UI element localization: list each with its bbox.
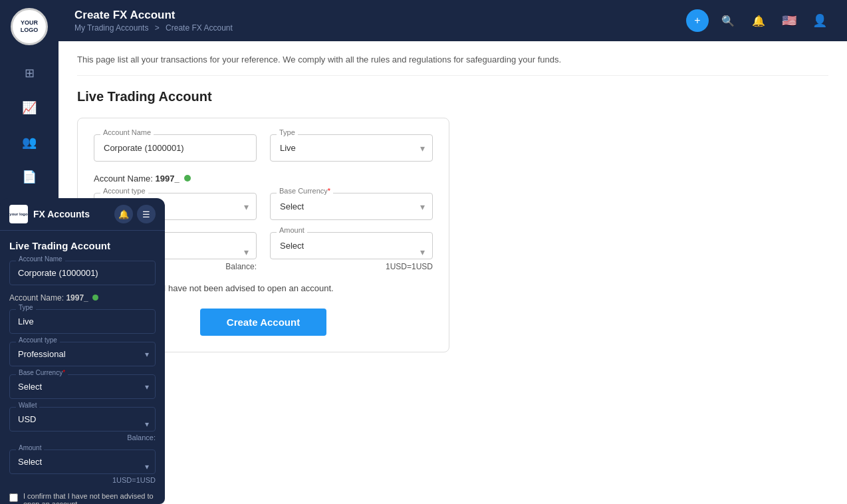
mobile-wallet-select[interactable]: USD bbox=[9, 407, 156, 432]
mobile-base-currency-group: Base Currency* Select bbox=[9, 374, 156, 399]
mobile-account-type-group: Account type Professional bbox=[9, 342, 156, 366]
account-name-status: Account Name: 1997_ bbox=[94, 174, 433, 184]
mobile-section-title: Live Trading Account bbox=[9, 240, 156, 251]
mobile-confirm-checkbox[interactable] bbox=[9, 493, 18, 502]
mobile-amount-select[interactable]: Select bbox=[9, 449, 156, 474]
chart-icon: 📈 bbox=[22, 100, 37, 115]
mobile-amount-label: Amount bbox=[16, 444, 44, 451]
amount-label: Amount bbox=[277, 226, 307, 234]
mobile-confirm-row: I confirm that I have not been advised t… bbox=[9, 492, 156, 504]
header-left: Create FX Account My Trading Accounts > … bbox=[74, 9, 686, 33]
notification-button[interactable]: 🔔 bbox=[747, 9, 770, 32]
mobile-type-label: Type bbox=[16, 304, 36, 311]
mobile-panel-body: Live Trading Account Account Name Accoun… bbox=[0, 231, 165, 504]
breadcrumb-current: Create FX Account bbox=[166, 23, 233, 33]
sidebar-item-chart[interactable]: 📈 bbox=[15, 93, 44, 122]
user-button[interactable]: 👤 bbox=[808, 9, 831, 32]
mobile-account-name-display: Account Name: bbox=[9, 293, 64, 303]
mobile-panel-title: FX Accounts bbox=[33, 209, 90, 219]
mobile-wallet-group: Wallet USD Balance: bbox=[9, 407, 156, 441]
base-currency-label: Base Currency* bbox=[277, 187, 333, 195]
type-label: Type bbox=[277, 128, 298, 136]
sidebar-item-document[interactable]: 📄 bbox=[15, 162, 44, 191]
account-name-display-label: Account Name: bbox=[94, 174, 153, 184]
main-content: This page list all your transactions for… bbox=[59, 41, 847, 504]
breadcrumb-separator: > bbox=[155, 23, 160, 33]
mobile-bell-button[interactable]: 🔔 bbox=[114, 205, 133, 223]
language-button[interactable]: 🇺🇸 bbox=[778, 9, 800, 32]
page-title: Create FX Account bbox=[74, 9, 686, 22]
mobile-panel: your logo FX Accounts 🔔 ☰ Live Trading A… bbox=[0, 198, 165, 504]
form-row-1: Account Name Type Live bbox=[94, 134, 433, 162]
mobile-menu-button[interactable]: ☰ bbox=[137, 205, 156, 223]
flag-icon: 🇺🇸 bbox=[782, 13, 796, 28]
add-button[interactable]: + bbox=[686, 9, 709, 32]
mobile-panel-actions: 🔔 ☰ bbox=[114, 205, 156, 223]
account-name-id: 1997_ bbox=[156, 174, 180, 184]
mobile-account-type-select[interactable]: Professional bbox=[9, 342, 156, 366]
amount-select[interactable]: Select bbox=[270, 232, 433, 259]
type-group: Type Live bbox=[270, 134, 433, 162]
create-account-button[interactable]: Create Account bbox=[200, 309, 326, 336]
status-dot-icon bbox=[184, 175, 191, 182]
mobile-status-dot-icon bbox=[92, 295, 98, 301]
header: Create FX Account My Trading Accounts > … bbox=[59, 0, 847, 41]
balance-label: Balance: bbox=[225, 262, 257, 271]
account-type-label: Account type bbox=[100, 187, 148, 195]
header-right: + 🔍 🔔 🇺🇸 👤 bbox=[686, 9, 831, 32]
base-currency-group: Base Currency* Select bbox=[270, 193, 433, 220]
mobile-balance-label: Balance: bbox=[127, 434, 156, 441]
mobile-balance-info: Balance: bbox=[9, 434, 156, 441]
account-name-input[interactable] bbox=[94, 134, 257, 162]
amount-group: Amount Select 1USD=1USD bbox=[270, 232, 433, 271]
dashboard-icon: ⊞ bbox=[25, 66, 35, 80]
mobile-panel-header: your logo FX Accounts 🔔 ☰ bbox=[0, 198, 165, 231]
search-button[interactable]: 🔍 bbox=[717, 9, 739, 32]
mobile-menu-icon: ☰ bbox=[142, 209, 150, 219]
mobile-account-name-input[interactable] bbox=[9, 261, 156, 285]
sidebar-logo[interactable]: YOUR LOGO bbox=[11, 8, 48, 45]
search-icon: 🔍 bbox=[721, 15, 735, 27]
mobile-exchange-rate: 1USD=1USD bbox=[9, 476, 156, 484]
mobile-confirm-text: I confirm that I have not been advised t… bbox=[23, 492, 156, 504]
mobile-account-name-group: Account Name bbox=[9, 261, 156, 285]
user-icon: 👤 bbox=[812, 13, 827, 28]
exchange-rate: 1USD=1USD bbox=[270, 262, 433, 271]
mobile-bell-icon: 🔔 bbox=[118, 209, 129, 219]
type-select[interactable]: Live bbox=[270, 134, 433, 162]
base-currency-select[interactable]: Select bbox=[270, 193, 433, 220]
page-description: This page list all your transactions for… bbox=[77, 55, 828, 76]
mobile-amount-group: Amount Select 1USD=1USD bbox=[9, 449, 156, 484]
mobile-account-name-status: Account Name: 1997_ bbox=[9, 293, 156, 303]
account-name-label: Account Name bbox=[100, 128, 154, 136]
bell-icon: 🔔 bbox=[752, 15, 765, 27]
document-icon: 📄 bbox=[22, 170, 37, 184]
breadcrumb: My Trading Accounts > Create FX Account bbox=[74, 23, 686, 33]
sidebar-item-dashboard[interactable]: ⊞ bbox=[15, 59, 44, 88]
users-icon: 👥 bbox=[22, 135, 37, 150]
mobile-logo-box: your logo bbox=[9, 205, 28, 223]
breadcrumb-home[interactable]: My Trading Accounts bbox=[74, 23, 148, 33]
mobile-wallet-label: Wallet bbox=[16, 402, 39, 409]
mobile-type-group: Type bbox=[9, 309, 156, 334]
account-name-group: Account Name bbox=[94, 134, 257, 162]
mobile-base-currency-select[interactable]: Select bbox=[9, 374, 156, 399]
mobile-account-name-label: Account Name bbox=[16, 255, 65, 263]
mobile-type-input[interactable] bbox=[9, 309, 156, 334]
mobile-account-type-label: Account type bbox=[16, 336, 60, 344]
mobile-panel-logo: your logo FX Accounts bbox=[9, 205, 90, 223]
sidebar-item-users[interactable]: 👥 bbox=[15, 128, 44, 157]
section-title: Live Trading Account bbox=[77, 89, 828, 104]
mobile-base-currency-label: Base Currency* bbox=[16, 369, 68, 376]
mobile-account-name-id: 1997_ bbox=[66, 293, 88, 303]
